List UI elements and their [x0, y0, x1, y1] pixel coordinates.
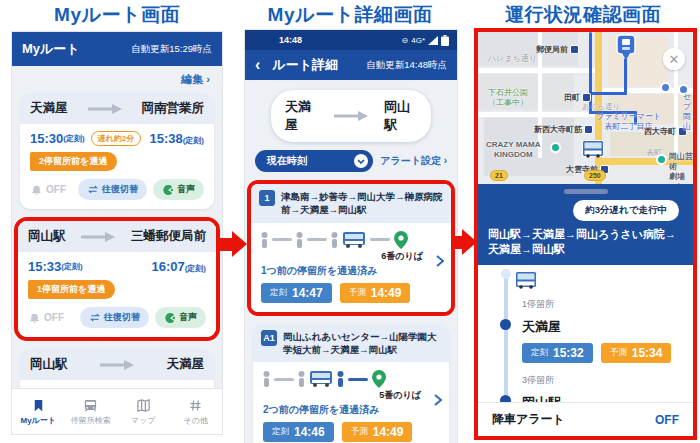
swap-icon	[89, 313, 101, 322]
chevron-right-icon[interactable]	[436, 255, 444, 267]
bus-icon	[83, 398, 98, 413]
route-card-head: 岡山駅 三蟠郵便局前	[18, 221, 216, 252]
road-shield: 21	[490, 170, 508, 181]
route-number-badge: A1	[261, 330, 277, 346]
stop-icon	[261, 232, 268, 248]
progress-diagram: 5番のりば	[253, 362, 449, 389]
destination-stop: 三蟠郵便局前	[131, 228, 206, 245]
destination-stop: 天満屋	[167, 356, 205, 373]
platform-label: 5番のりば	[379, 389, 421, 402]
progress-badge: 1停留所前を通過	[28, 280, 115, 299]
bus-position-icon	[309, 371, 333, 387]
poi-pin-icon	[660, 82, 671, 93]
bus-marker-icon	[582, 140, 604, 158]
direction-arrow-icon	[81, 232, 115, 242]
stop-timeline: 1停留所 天満屋 定刻15:32 予測15:34 3停留所 岡山駅 定刻15:4…	[478, 265, 693, 402]
scheduled-time-badge: 定刻14:46	[263, 422, 334, 442]
route-summary-pill: 天満屋 岡山駅	[271, 90, 431, 142]
map[interactable]: ハレまち通り 郵便局前 下石井公園 （工事中） 田町 あくら通り ファミリーマー…	[478, 32, 693, 184]
busstop-shinsaidaiji: 新西大寺町筋	[534, 124, 593, 135]
screen-title-detail: Myルート詳細画面	[240, 2, 460, 28]
swap-label: 往復切替	[102, 183, 138, 196]
bell-icon	[30, 183, 43, 196]
chevron-right-icon[interactable]	[434, 394, 442, 406]
bell-icon	[28, 311, 41, 324]
time-mode-dropdown[interactable]: 現在時刻	[255, 150, 373, 172]
route-line	[624, 58, 627, 95]
poi-theater: 岡山芸術 劇場 ハレ	[669, 152, 693, 184]
origin-stop: 岡山駅	[28, 228, 66, 245]
timeline-rail	[504, 275, 508, 402]
direction-arrow-icon	[88, 104, 122, 114]
poi-seven: セブ 岡山	[683, 92, 693, 132]
route-card-2[interactable]: 岡山駅 三蟠郵便局前 15:33(定刻) 16:07(定刻) 1停留所前を通過 …	[18, 221, 216, 337]
progress-diagram: 6番のりば	[251, 223, 451, 250]
poi-crazymama: CRAZY MAMA KINGDOM	[486, 140, 541, 160]
stop-icon	[263, 371, 270, 387]
operation-status-screen: ハレまち通り 郵便局前 下石井公園 （工事中） 田町 あくら通り ファミリーマー…	[474, 28, 697, 440]
back-button[interactable]: ‹	[255, 57, 260, 73]
myroute-body: 編集 › 天満屋 岡南営業所 15:30(定刻) 遅れ約2分 15:38(定刻)…	[12, 66, 222, 427]
stop-name: 岡山駅	[522, 395, 561, 402]
alight-alert-toggle[interactable]: OFF	[655, 413, 679, 427]
street-label: ハレまち通り	[488, 54, 537, 64]
route-option-2[interactable]: A1 岡山ふれあいセンター→山陽学園大学短大前→天満屋→岡山駅 5番のりば 2つ…	[253, 324, 449, 443]
dnd-icon: ⊖	[402, 36, 409, 45]
stop-icon	[331, 232, 338, 248]
drag-handle[interactable]	[564, 189, 608, 194]
alarm-toggle[interactable]: OFF	[28, 311, 64, 324]
header-title: Myルート	[22, 40, 80, 58]
poi-pin-icon	[656, 154, 667, 165]
speaker-icon	[162, 184, 174, 196]
flow-arrow-icon	[218, 231, 247, 257]
direction-swap-button[interactable]: 往復切替	[80, 307, 149, 328]
nav-stop-search[interactable]: 停留所検索	[65, 389, 118, 434]
destination-stop: 岡山駅	[384, 98, 417, 134]
highlight-box-route1: 1 津島南→妙善寺→岡山大学→榊原病院前→天満屋→岡山駅 6番のりば	[247, 180, 455, 316]
close-button[interactable]: ✕	[663, 48, 685, 70]
departure-time: 15:33	[28, 259, 61, 274]
voice-button[interactable]: 音声	[155, 307, 206, 328]
chevron-down-icon	[354, 154, 368, 168]
times-row: 15:33(定刻) 16:07(定刻)	[18, 252, 216, 277]
header-title: ルート詳細	[272, 56, 338, 74]
nav-map[interactable]: マップ	[117, 389, 170, 434]
nav-other[interactable]: その他	[170, 389, 223, 434]
map-street	[478, 112, 595, 117]
busstop-icon	[584, 125, 593, 134]
menu-grid-icon	[188, 398, 203, 413]
controls-row: 現在時刻 アラート設定 ›	[255, 150, 447, 172]
battery-icon	[441, 35, 449, 46]
poi-pin-icon	[550, 142, 561, 153]
direction-swap-button[interactable]: 往復切替	[78, 179, 147, 200]
route-option-1[interactable]: 1 津島南→妙善寺→岡山大学→榊原病院前→天満屋→岡山駅 6番のりば	[251, 184, 451, 312]
stops-remaining: 1停留所	[522, 298, 681, 311]
nav-myroute[interactable]: Myルート	[12, 389, 65, 434]
origin-stop: 天満屋	[30, 100, 68, 117]
platform-label: 6番のりば	[381, 250, 423, 263]
busstop-icon	[570, 45, 579, 54]
park-label: 下石井公園 （工事中）	[488, 88, 528, 108]
map-icon	[136, 398, 151, 413]
edit-link[interactable]: 編集 ›	[20, 70, 214, 93]
app-header: ‹ ルート詳細 自動更新14:48時点	[245, 50, 457, 80]
progress-badge: 2停留所前を通過	[30, 152, 117, 171]
time-badges: 定刻14:47 予測14:49	[251, 283, 451, 312]
predicted-time-badge: 予測14:49	[342, 422, 413, 442]
route-card-1[interactable]: 天満屋 岡南営業所 15:30(定刻) 遅れ約2分 15:38(定刻) 2停留所…	[20, 93, 214, 209]
predicted-time-badge: 予測14:49	[340, 283, 411, 303]
alarm-toggle[interactable]: OFF	[30, 183, 66, 196]
detail-body: 天満屋 岡山駅 現在時刻 アラート設定 › 1 津島南→妙善寺→岡山大学→榊原病…	[245, 80, 457, 443]
alarm-off-label: OFF	[46, 184, 66, 195]
clock: 14:48	[279, 35, 302, 45]
stop-icon	[296, 232, 303, 248]
voice-button[interactable]: 音声	[153, 179, 204, 200]
times-row: 15:30(定刻) 遅れ約2分 15:38(定刻)	[20, 124, 214, 149]
stop-row: 天満屋	[522, 318, 681, 336]
origin-stop: 天満屋	[285, 98, 318, 134]
speaker-icon	[164, 312, 176, 324]
alert-settings-link[interactable]: アラート設定 ›	[380, 154, 447, 168]
bus-position	[514, 271, 681, 291]
destination-pin-icon	[372, 370, 386, 388]
arrival-suffix: (定刻)	[183, 136, 204, 145]
